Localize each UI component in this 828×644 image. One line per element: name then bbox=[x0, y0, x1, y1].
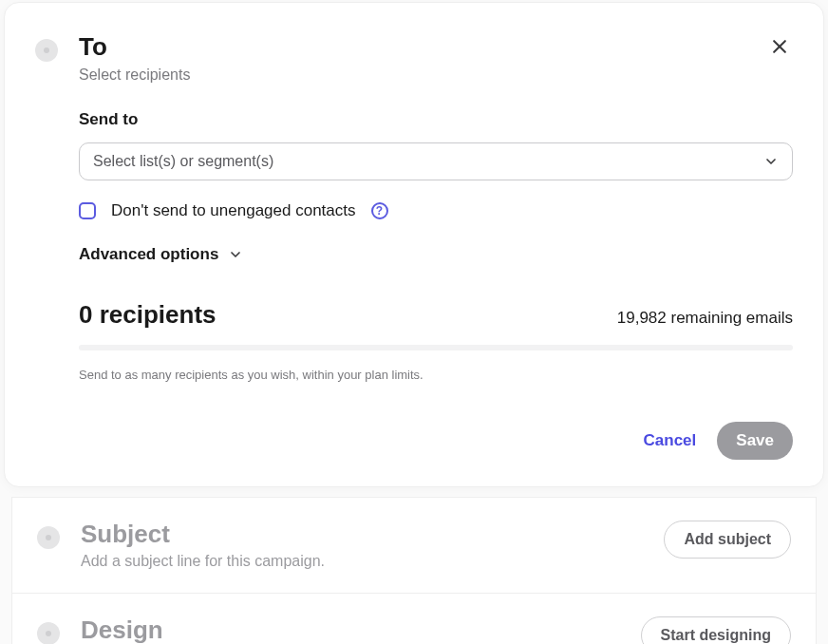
design-title: Design bbox=[81, 616, 163, 644]
subject-subtitle: Add a subject line for this campaign. bbox=[81, 553, 325, 570]
advanced-options-toggle[interactable]: Advanced options bbox=[79, 245, 793, 264]
subject-title: Subject bbox=[81, 521, 325, 548]
close-button[interactable] bbox=[764, 31, 795, 62]
unengaged-checkbox[interactable] bbox=[79, 202, 96, 219]
recipients-select[interactable]: Select list(s) or segment(s) bbox=[79, 142, 793, 180]
recipients-progress-bar bbox=[79, 345, 793, 350]
start-designing-button[interactable]: Start designing bbox=[641, 616, 791, 644]
send-to-label: Send to bbox=[79, 110, 793, 129]
plan-limits-help-text: Send to as many recipients as you wish, … bbox=[79, 368, 793, 382]
cancel-button[interactable]: Cancel bbox=[644, 431, 697, 450]
close-icon bbox=[770, 37, 789, 56]
to-subtitle: Select recipients bbox=[79, 66, 793, 84]
add-subject-button[interactable]: Add subject bbox=[664, 521, 791, 559]
subject-section-card: Subject Add a subject line for this camp… bbox=[11, 497, 817, 595]
help-icon[interactable]: ? bbox=[371, 202, 388, 219]
remaining-emails: 19,982 remaining emails bbox=[617, 309, 793, 328]
to-section-card: To Select recipients Send to Select list… bbox=[4, 2, 824, 487]
design-section-card: Design Start designing bbox=[11, 594, 817, 644]
chevron-down-icon bbox=[228, 247, 243, 262]
to-title: To bbox=[79, 33, 793, 61]
advanced-options-label: Advanced options bbox=[79, 245, 218, 264]
recipients-count: 0 recipients bbox=[79, 300, 216, 330]
unengaged-checkbox-label: Don't send to unengaged contacts bbox=[111, 201, 356, 220]
chevron-down-icon bbox=[763, 154, 779, 169]
status-dot-icon bbox=[37, 622, 60, 644]
recipients-select-placeholder: Select list(s) or segment(s) bbox=[93, 153, 273, 170]
save-button[interactable]: Save bbox=[717, 422, 793, 460]
status-dot-icon bbox=[35, 39, 58, 62]
status-dot-icon bbox=[37, 526, 60, 549]
